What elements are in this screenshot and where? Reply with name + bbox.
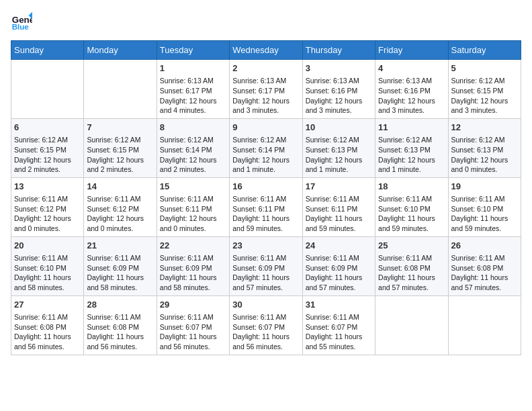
calendar-cell: 23Sunrise: 6:11 AM Sunset: 6:09 PM Dayli… <box>230 236 302 295</box>
calendar-week-2: 6Sunrise: 6:12 AM Sunset: 6:15 PM Daylig… <box>11 118 521 177</box>
calendar-cell <box>375 295 448 355</box>
calendar-cell: 6Sunrise: 6:12 AM Sunset: 6:15 PM Daylig… <box>11 118 84 177</box>
calendar-week-3: 13Sunrise: 6:11 AM Sunset: 6:12 PM Dayli… <box>11 177 521 236</box>
calendar-cell <box>448 295 521 355</box>
calendar-cell: 16Sunrise: 6:11 AM Sunset: 6:11 PM Dayli… <box>230 177 302 236</box>
day-number: 13 <box>14 181 81 193</box>
day-info: Sunrise: 6:11 AM Sunset: 6:11 PM Dayligh… <box>160 194 226 234</box>
day-info: Sunrise: 6:11 AM Sunset: 6:07 PM Dayligh… <box>306 312 372 352</box>
day-info: Sunrise: 6:12 AM Sunset: 6:13 PM Dayligh… <box>378 135 445 175</box>
day-number: 11 <box>378 122 445 134</box>
calendar-cell: 3Sunrise: 6:13 AM Sunset: 6:16 PM Daylig… <box>302 60 375 119</box>
day-number: 16 <box>232 181 299 193</box>
calendar-cell: 28Sunrise: 6:11 AM Sunset: 6:08 PM Dayli… <box>84 295 157 355</box>
calendar-cell: 11Sunrise: 6:12 AM Sunset: 6:13 PM Dayli… <box>375 118 448 177</box>
day-number: 1 <box>160 62 226 75</box>
calendar-week-5: 27Sunrise: 6:11 AM Sunset: 6:08 PM Dayli… <box>11 295 521 355</box>
day-number: 8 <box>160 122 226 134</box>
day-number: 2 <box>232 62 299 75</box>
page-header: General Blue <box>11 11 521 32</box>
calendar-cell: 9Sunrise: 6:12 AM Sunset: 6:14 PM Daylig… <box>230 118 302 177</box>
day-info: Sunrise: 6:11 AM Sunset: 6:12 PM Dayligh… <box>14 194 81 234</box>
day-number: 14 <box>87 181 153 193</box>
day-info: Sunrise: 6:12 AM Sunset: 6:13 PM Dayligh… <box>451 135 518 175</box>
day-number: 29 <box>160 299 226 311</box>
calendar-cell: 20Sunrise: 6:11 AM Sunset: 6:10 PM Dayli… <box>11 236 84 295</box>
day-of-week-saturday: Saturday <box>448 41 521 60</box>
day-info: Sunrise: 6:11 AM Sunset: 6:11 PM Dayligh… <box>232 194 299 234</box>
day-number: 24 <box>306 240 372 252</box>
logo-icon: General Blue <box>11 11 32 32</box>
calendar-cell <box>11 60 84 119</box>
calendar-cell: 30Sunrise: 6:11 AM Sunset: 6:07 PM Dayli… <box>230 295 302 355</box>
calendar-cell: 12Sunrise: 6:12 AM Sunset: 6:13 PM Dayli… <box>448 118 521 177</box>
day-info: Sunrise: 6:11 AM Sunset: 6:12 PM Dayligh… <box>87 194 153 234</box>
day-number: 19 <box>451 181 518 193</box>
day-number: 3 <box>306 62 372 75</box>
day-number: 30 <box>232 299 299 311</box>
day-number: 21 <box>87 240 153 252</box>
day-number: 6 <box>14 122 81 134</box>
day-of-week-monday: Monday <box>84 41 157 60</box>
day-info: Sunrise: 6:11 AM Sunset: 6:10 PM Dayligh… <box>14 253 81 293</box>
calendar-cell: 2Sunrise: 6:13 AM Sunset: 6:17 PM Daylig… <box>230 60 302 119</box>
calendar-week-4: 20Sunrise: 6:11 AM Sunset: 6:10 PM Dayli… <box>11 236 521 295</box>
day-info: Sunrise: 6:13 AM Sunset: 6:17 PM Dayligh… <box>160 76 226 116</box>
calendar-cell: 4Sunrise: 6:13 AM Sunset: 6:16 PM Daylig… <box>375 60 448 119</box>
calendar-cell <box>84 60 157 119</box>
calendar-cell: 29Sunrise: 6:11 AM Sunset: 6:07 PM Dayli… <box>157 295 229 355</box>
calendar-cell: 22Sunrise: 6:11 AM Sunset: 6:09 PM Dayli… <box>157 236 229 295</box>
day-info: Sunrise: 6:11 AM Sunset: 6:09 PM Dayligh… <box>160 253 226 293</box>
calendar-cell: 31Sunrise: 6:11 AM Sunset: 6:07 PM Dayli… <box>302 295 375 355</box>
calendar-cell: 7Sunrise: 6:12 AM Sunset: 6:15 PM Daylig… <box>84 118 157 177</box>
calendar-cell: 8Sunrise: 6:12 AM Sunset: 6:14 PM Daylig… <box>157 118 229 177</box>
calendar-cell: 5Sunrise: 6:12 AM Sunset: 6:15 PM Daylig… <box>448 60 521 119</box>
day-number: 27 <box>14 299 81 311</box>
day-number: 7 <box>87 122 153 134</box>
svg-text:Blue: Blue <box>12 23 30 31</box>
calendar-cell: 18Sunrise: 6:11 AM Sunset: 6:10 PM Dayli… <box>375 177 448 236</box>
calendar-cell: 10Sunrise: 6:12 AM Sunset: 6:13 PM Dayli… <box>302 118 375 177</box>
day-info: Sunrise: 6:13 AM Sunset: 6:16 PM Dayligh… <box>378 76 445 116</box>
calendar-table: SundayMondayTuesdayWednesdayThursdayFrid… <box>11 40 521 355</box>
calendar-cell: 26Sunrise: 6:11 AM Sunset: 6:08 PM Dayli… <box>448 236 521 295</box>
day-number: 10 <box>306 122 372 134</box>
day-number: 20 <box>14 240 81 252</box>
day-of-week-thursday: Thursday <box>302 41 375 60</box>
day-number: 5 <box>451 62 518 75</box>
day-info: Sunrise: 6:11 AM Sunset: 6:11 PM Dayligh… <box>306 194 372 234</box>
calendar-cell: 14Sunrise: 6:11 AM Sunset: 6:12 PM Dayli… <box>84 177 157 236</box>
calendar-cell: 19Sunrise: 6:11 AM Sunset: 6:10 PM Dayli… <box>448 177 521 236</box>
day-number: 9 <box>232 122 299 134</box>
calendar-cell: 27Sunrise: 6:11 AM Sunset: 6:08 PM Dayli… <box>11 295 84 355</box>
day-number: 4 <box>378 62 445 75</box>
calendar-cell: 15Sunrise: 6:11 AM Sunset: 6:11 PM Dayli… <box>157 177 229 236</box>
day-info: Sunrise: 6:12 AM Sunset: 6:15 PM Dayligh… <box>451 76 518 116</box>
day-info: Sunrise: 6:12 AM Sunset: 6:15 PM Dayligh… <box>87 135 153 175</box>
day-of-week-wednesday: Wednesday <box>230 41 302 60</box>
calendar-cell: 24Sunrise: 6:11 AM Sunset: 6:09 PM Dayli… <box>302 236 375 295</box>
day-number: 15 <box>160 181 226 193</box>
day-info: Sunrise: 6:11 AM Sunset: 6:10 PM Dayligh… <box>378 194 445 234</box>
day-info: Sunrise: 6:11 AM Sunset: 6:09 PM Dayligh… <box>87 253 153 293</box>
calendar-cell: 1Sunrise: 6:13 AM Sunset: 6:17 PM Daylig… <box>157 60 229 119</box>
logo: General Blue <box>11 11 32 32</box>
day-number: 23 <box>232 240 299 252</box>
calendar-cell: 21Sunrise: 6:11 AM Sunset: 6:09 PM Dayli… <box>84 236 157 295</box>
day-number: 31 <box>306 299 372 311</box>
day-number: 28 <box>87 299 153 311</box>
calendar-cell: 17Sunrise: 6:11 AM Sunset: 6:11 PM Dayli… <box>302 177 375 236</box>
day-info: Sunrise: 6:11 AM Sunset: 6:10 PM Dayligh… <box>451 194 518 234</box>
day-info: Sunrise: 6:11 AM Sunset: 6:08 PM Dayligh… <box>451 253 518 293</box>
day-info: Sunrise: 6:13 AM Sunset: 6:17 PM Dayligh… <box>232 76 299 116</box>
day-info: Sunrise: 6:11 AM Sunset: 6:08 PM Dayligh… <box>14 312 81 352</box>
day-info: Sunrise: 6:12 AM Sunset: 6:14 PM Dayligh… <box>160 135 226 175</box>
day-info: Sunrise: 6:11 AM Sunset: 6:07 PM Dayligh… <box>232 312 299 352</box>
calendar-header: SundayMondayTuesdayWednesdayThursdayFrid… <box>11 41 521 60</box>
day-number: 25 <box>378 240 445 252</box>
day-info: Sunrise: 6:11 AM Sunset: 6:09 PM Dayligh… <box>232 253 299 293</box>
calendar-cell: 13Sunrise: 6:11 AM Sunset: 6:12 PM Dayli… <box>11 177 84 236</box>
day-info: Sunrise: 6:12 AM Sunset: 6:14 PM Dayligh… <box>232 135 299 175</box>
day-of-week-friday: Friday <box>375 41 448 60</box>
day-number: 22 <box>160 240 226 252</box>
